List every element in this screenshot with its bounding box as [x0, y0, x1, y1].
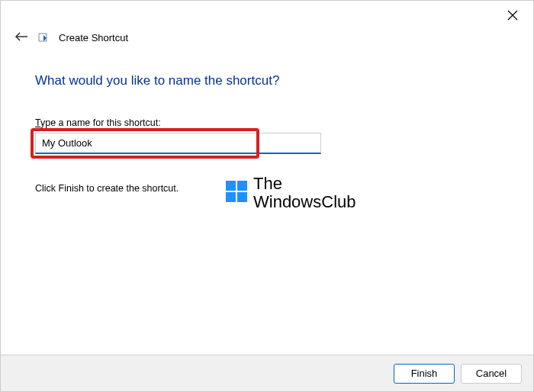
watermark-logo-icon: [226, 181, 247, 205]
shortcut-name-input[interactable]: [35, 133, 321, 154]
close-icon[interactable]: [507, 8, 518, 24]
wizard-header: Create Shortcut: [14, 30, 128, 46]
watermark-text: The WindowsClub: [253, 175, 356, 211]
input-wrapper: [35, 133, 321, 154]
wizard-title: Create Shortcut: [59, 32, 128, 43]
finish-button[interactable]: Finish: [394, 364, 455, 384]
svg-rect-5: [226, 181, 236, 191]
svg-rect-7: [226, 192, 236, 202]
svg-rect-8: [237, 192, 247, 202]
wizard-footer: Finish Cancel: [1, 355, 533, 391]
cancel-button[interactable]: Cancel: [461, 364, 522, 384]
create-shortcut-window: Create Shortcut What would you like to n…: [0, 0, 534, 392]
svg-rect-6: [237, 181, 247, 191]
back-arrow-icon[interactable]: [14, 30, 28, 46]
watermark: The WindowsClub: [226, 175, 356, 211]
input-label: Type a name for this shortcut:: [35, 117, 499, 128]
page-heading: What would you like to name the shortcut…: [35, 73, 499, 88]
shortcut-icon: [37, 32, 50, 44]
